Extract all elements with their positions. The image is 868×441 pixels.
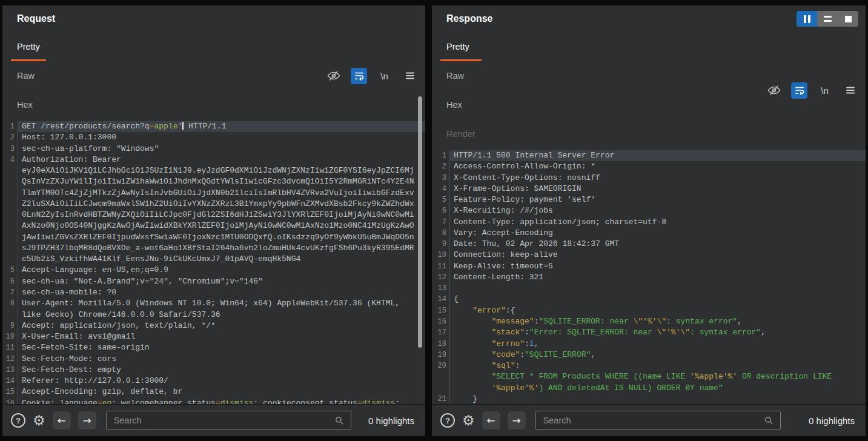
line-number [2,176,18,187]
line-number: 6 [2,276,18,287]
gear-icon[interactable]: ⚙ [33,414,45,428]
tab-hex[interactable]: Hex [11,90,46,119]
line-text: sec-ch-ua-platform: "Windows" [18,144,425,154]
tab-raw[interactable]: Raw [11,61,46,90]
line-text [450,283,866,294]
layout-single-icon[interactable] [838,11,858,27]
line-text: "SELECT * FROM Products WHERE ((name LIK… [450,371,866,382]
forward-arrow-button[interactable]: → [508,411,526,429]
line-text: { [450,294,866,305]
tab-hex[interactable]: Hex [440,90,482,119]
back-arrow-button[interactable]: ← [482,411,500,429]
code-line: 2Host: 127.0.0.1:3000 [2,132,425,143]
line-text: jAwIiwiZGVsZXRlZEF0IjpudWxsfSwiaWF0IjoxN… [18,232,425,243]
code-line: 16 "message":"SQLITE_ERROR: near \"'%'\"… [432,316,866,327]
forward-arrow-button[interactable]: → [78,411,96,429]
code-line: 3sec-ch-ua-platform: "Windows" [2,144,425,154]
response-panel: Response PrettyRawHexRender \n 1HTTP/1.1… [432,5,866,436]
word-wrap-icon[interactable] [351,68,367,84]
line-number: 19 [432,350,450,360]
line-text: "sql": [450,360,866,371]
line-number: 3 [2,144,18,154]
code-line: 1GET /rest/products/search?q=apple' HTTP… [2,121,425,132]
code-line: sJ9TPZH37lbqMR8dQoBVXOe_a-wot6aHo1XBfSta… [2,243,425,254]
request-scrollbar[interactable] [418,96,422,348]
line-text: Keep-Alive: timeout=5 [450,261,866,272]
code-line: 8User-Agent: Mozilla/5.0 (Windows NT 10.… [2,298,425,309]
response-editor[interactable]: 1HTTP/1.1 500 Internal Server Error2Acce… [432,148,866,404]
line-text: sec-ch-ua-mobile: ?0 [18,287,425,298]
code-line: 12Content-Length: 321 [432,272,866,283]
code-line: jAwIiwiZGVsZXRlZEF0IjpudWxsfSwiaWF0IjoxN… [2,232,425,243]
line-number: 8 [2,298,18,309]
line-text: X-User-Email: avs1@gmail [18,331,425,342]
code-line: 11Keep-Alive: timeout=5 [432,261,866,272]
search-input[interactable] [113,415,334,426]
code-line: QsInVzZXJuYW1lIjoiIiwiZW1haWwiOiJhdnMxQG… [2,176,425,187]
help-icon[interactable]: ? [440,413,455,428]
line-number: 4 [2,154,18,165]
line-number: 11 [432,261,450,272]
layout-toggle [797,11,858,27]
newline-icon[interactable]: \n [376,68,393,84]
tab-raw[interactable]: Raw [440,61,482,90]
line-number: 5 [432,194,450,205]
code-line: 16Cookie: language=en; welcomebanner_sta… [2,398,425,404]
eye-slash-icon[interactable] [325,68,342,84]
code-line: 4Authorization: Bearer [2,154,425,165]
tab-pretty[interactable]: Pretty [11,32,46,61]
word-wrap-icon[interactable] [791,82,807,99]
request-editor[interactable]: 1GET /rest/products/search?q=apple' HTTP… [2,119,425,404]
line-number: 14 [2,376,18,386]
help-icon[interactable]: ? [11,413,25,428]
layout-columns-icon[interactable] [797,11,817,27]
code-line: 10X-User-Email: avs1@gmail [2,331,425,342]
line-text: Accept-Encoding: gzip, deflate, br [18,386,425,397]
line-text: Feature-Policy: payment 'self' [450,194,866,205]
line-number: 2 [2,132,18,143]
response-tabbar: PrettyRawHexRender \n [432,32,866,148]
search-box [535,411,781,430]
line-number: 14 [432,294,450,305]
code-line: 17 "stack":"Error: SQLITE_ERROR: near \"… [432,327,866,338]
search-icon [763,415,774,426]
gear-icon[interactable]: ⚙ [462,414,475,428]
code-line: 14Referer: http://127.0.0.1:3000/ [2,376,425,386]
line-text: Sec-Fetch-Site: same-origin [18,342,425,353]
layout-rows-icon[interactable] [817,11,838,27]
code-line: 20 "sql": [432,360,866,371]
response-tab-icons: \n [766,82,858,99]
eye-slash-icon[interactable] [766,82,782,99]
back-arrow-button[interactable]: ← [53,411,71,429]
code-line: 7sec-ch-ua-mobile: ?0 [2,287,425,298]
menu-icon[interactable] [842,82,858,99]
code-line: 3X-Content-Type-Options: nosniff [432,173,866,184]
code-line: 2Access-Control-Allow-Origin: * [432,161,866,172]
search-input[interactable] [542,415,763,426]
code-line: 9Accept: application/json, text/plain, *… [2,320,425,331]
line-text: Access-Control-Allow-Origin: * [450,161,866,172]
code-line: TlmYTM0OTc4ZjZjMTkzZjAwNyIsInJvbGUiOiJjd… [2,188,425,199]
code-line: c5Ub2iS_VzkifhWA41Klf_EensJNu-9iCkUKcUmx… [2,254,425,265]
code-line: '%apple'%') AND deletedAt IS NULL) ORDER… [432,383,866,394]
line-text: eyJ0eXAiOiJKV1QiLCJhbGciOiJSUzI1NiJ9.eyJ… [18,165,425,176]
search-icon [334,415,345,426]
line-text: c5Ub2iS_VzkifhWA41Klf_EensJNu-9iCkUKcUmx… [18,254,425,265]
line-number: 16 [432,316,450,327]
line-number: 15 [2,386,18,397]
line-number: 15 [432,305,450,316]
code-line: AxNzo0Njo0OS40NjggKzAwOjAwIiwidXBkYXRlZE… [2,220,425,231]
line-number [2,165,18,176]
line-text: "code":"SQLITE_ERROR", [450,350,866,360]
tab-pretty[interactable]: Pretty [440,32,482,61]
line-text: Host: 127.0.0.1:3000 [18,132,425,143]
newline-icon[interactable]: \n [817,82,833,99]
request-panel-header: Request [2,5,425,32]
menu-icon[interactable] [402,68,418,84]
line-number: 6 [432,205,450,216]
tab-render[interactable]: Render [440,119,482,148]
line-text: Sec-Fetch-Mode: cors [18,354,425,365]
response-panel-header: Response [432,5,866,32]
code-line: 18 "errno":1, [432,339,866,350]
line-number: 18 [432,339,450,350]
